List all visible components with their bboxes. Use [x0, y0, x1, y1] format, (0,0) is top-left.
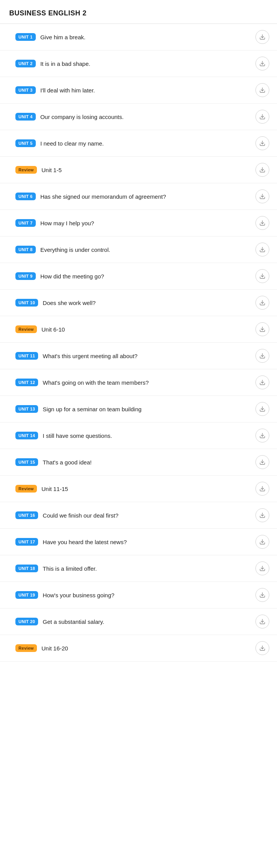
- download-button[interactable]: [255, 189, 269, 203]
- unit-title: I'll deal with him later.: [40, 86, 252, 94]
- download-button[interactable]: [255, 535, 269, 549]
- download-icon: [259, 193, 265, 199]
- unit-badge: Review: [15, 485, 37, 493]
- download-button[interactable]: [255, 269, 269, 283]
- unit-item[interactable]: UNIT 15That's a good idea!: [0, 449, 277, 476]
- unit-item[interactable]: ReviewUnit 6-10: [0, 316, 277, 343]
- download-icon: [259, 114, 265, 120]
- download-icon: [259, 300, 265, 306]
- unit-list: UNIT 1Give him a break. UNIT 2It is in a…: [0, 24, 277, 662]
- unit-badge: UNIT 13: [15, 405, 38, 413]
- download-button[interactable]: [255, 588, 269, 602]
- download-button[interactable]: [255, 641, 269, 655]
- download-button[interactable]: [255, 429, 269, 442]
- download-button[interactable]: [255, 216, 269, 230]
- unit-item[interactable]: ReviewUnit 11-15: [0, 476, 277, 502]
- unit-badge: Review: [15, 644, 37, 652]
- unit-title: Has she signed our memorandum of agreeme…: [40, 193, 252, 201]
- unit-title: How did the meeting go?: [40, 272, 252, 280]
- download-icon: [259, 486, 265, 492]
- download-button[interactable]: [255, 243, 269, 256]
- unit-title: Could we finish our deal first?: [43, 511, 252, 519]
- download-icon: [259, 220, 265, 226]
- unit-item[interactable]: ReviewUnit 16-20: [0, 635, 277, 662]
- unit-item[interactable]: UNIT 17Have you heard the latest news?: [0, 529, 277, 555]
- unit-item[interactable]: UNIT 13Sign up for a seminar on team bui…: [0, 396, 277, 422]
- unit-badge: UNIT 16: [15, 511, 38, 519]
- unit-badge: UNIT 19: [15, 591, 38, 599]
- unit-title: What's going on with the team members?: [43, 379, 252, 387]
- unit-item[interactable]: UNIT 9How did the meeting go?: [0, 263, 277, 290]
- unit-title: Unit 16-20: [42, 644, 252, 652]
- unit-badge: UNIT 8: [15, 246, 36, 253]
- download-button[interactable]: [255, 136, 269, 150]
- unit-title: This is a limited offer.: [43, 565, 252, 573]
- unit-title: I need to clear my name.: [40, 139, 252, 147]
- unit-title: Give him a break.: [40, 33, 252, 41]
- unit-title: I still have some questions.: [43, 432, 252, 440]
- unit-badge: UNIT 7: [15, 219, 36, 227]
- unit-item[interactable]: UNIT 4Our company is losing accounts.: [0, 104, 277, 130]
- unit-item[interactable]: UNIT 1Give him a break.: [0, 24, 277, 50]
- unit-title: Does she work well?: [43, 299, 252, 307]
- download-button[interactable]: [255, 296, 269, 310]
- download-icon: [259, 167, 265, 173]
- download-icon: [259, 326, 265, 332]
- unit-title: Have you heard the latest news?: [43, 538, 252, 546]
- unit-title: Sign up for a seminar on team building: [43, 405, 252, 413]
- unit-badge: UNIT 9: [15, 272, 36, 280]
- unit-item[interactable]: UNIT 6Has she signed our memorandum of a…: [0, 183, 277, 210]
- download-button[interactable]: [255, 402, 269, 416]
- unit-item[interactable]: UNIT 10Does she work well?: [0, 290, 277, 316]
- download-button[interactable]: [255, 508, 269, 522]
- unit-item[interactable]: ReviewUnit 1-5: [0, 157, 277, 183]
- unit-item[interactable]: UNIT 19How's your business going?: [0, 582, 277, 608]
- download-button[interactable]: [255, 163, 269, 177]
- unit-badge: UNIT 5: [15, 139, 36, 147]
- download-button[interactable]: [255, 322, 269, 336]
- unit-badge: UNIT 17: [15, 538, 38, 546]
- unit-title: Our company is losing accounts.: [40, 113, 252, 121]
- download-button[interactable]: [255, 349, 269, 363]
- download-button[interactable]: [255, 482, 269, 496]
- unit-badge: UNIT 6: [15, 193, 36, 200]
- unit-badge: UNIT 11: [15, 352, 38, 360]
- download-icon: [259, 60, 265, 67]
- unit-badge: UNIT 2: [15, 60, 36, 67]
- download-button[interactable]: [255, 615, 269, 628]
- download-icon: [259, 618, 265, 625]
- unit-badge: UNIT 12: [15, 379, 38, 386]
- unit-badge: UNIT 10: [15, 299, 38, 307]
- download-button[interactable]: [255, 57, 269, 70]
- download-button[interactable]: [255, 30, 269, 44]
- unit-item[interactable]: UNIT 12What's going on with the team mem…: [0, 369, 277, 396]
- unit-item[interactable]: UNIT 11What's this urgent meeting all ab…: [0, 343, 277, 369]
- unit-item[interactable]: UNIT 3I'll deal with him later.: [0, 77, 277, 104]
- download-icon: [259, 273, 265, 279]
- download-button[interactable]: [255, 83, 269, 97]
- download-button[interactable]: [255, 561, 269, 575]
- page-title: BUSINESS ENGLISH 2: [9, 9, 87, 17]
- download-icon: [259, 34, 265, 40]
- download-button[interactable]: [255, 375, 269, 389]
- download-icon: [259, 432, 265, 439]
- unit-badge: UNIT 14: [15, 432, 38, 439]
- unit-item[interactable]: UNIT 2It is in a bad shape.: [0, 50, 277, 77]
- unit-item[interactable]: UNIT 5I need to clear my name.: [0, 130, 277, 157]
- unit-badge: Review: [15, 166, 37, 174]
- unit-item[interactable]: UNIT 16Could we finish our deal first?: [0, 502, 277, 529]
- unit-item[interactable]: UNIT 18This is a limited offer.: [0, 555, 277, 582]
- download-icon: [259, 379, 265, 385]
- unit-item[interactable]: UNIT 20Get a substantial salary.: [0, 608, 277, 635]
- unit-item[interactable]: UNIT 7How may I help you?: [0, 210, 277, 236]
- unit-title: What's this urgent meeting all about?: [43, 352, 252, 360]
- unit-title: Unit 6-10: [42, 325, 252, 333]
- page-header: BUSINESS ENGLISH 2: [0, 0, 277, 24]
- download-button[interactable]: [255, 110, 269, 124]
- unit-title: Unit 1-5: [42, 166, 252, 174]
- download-button[interactable]: [255, 455, 269, 469]
- unit-item[interactable]: UNIT 14I still have some questions.: [0, 422, 277, 449]
- unit-badge: UNIT 4: [15, 113, 36, 121]
- unit-item[interactable]: UNIT 8Everything is under control.: [0, 236, 277, 263]
- unit-badge: UNIT 15: [15, 458, 38, 466]
